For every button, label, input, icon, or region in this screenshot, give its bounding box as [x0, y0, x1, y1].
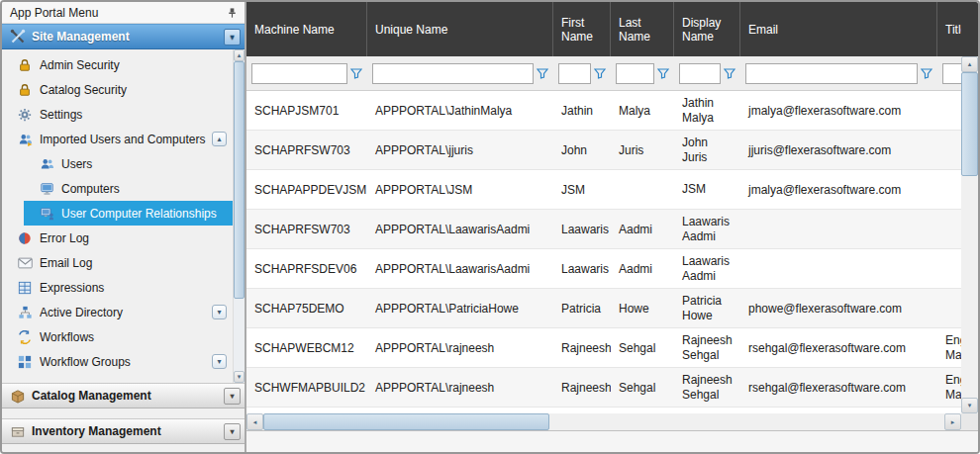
column-header-email[interactable]: Email [740, 2, 937, 56]
sidebar-item-error-log[interactable]: Error Log [2, 226, 233, 250]
sidebar-item-active-directory[interactable]: Active Directory▾ [2, 300, 233, 324]
table-row[interactable]: SCHAP75DEMOAPPPORTAL\PatriciaHowePatrici… [246, 289, 961, 328]
pin-icon[interactable] [225, 7, 239, 19]
filter-funnel-icon[interactable] [537, 67, 548, 79]
grid-footer [246, 430, 978, 452]
catalog-management-dropdown-button[interactable]: ▾ [224, 388, 241, 405]
cell-machine-name: SCHAPRFSDEV06 [246, 249, 367, 288]
sidebar-item-email-log[interactable]: Email Log [2, 250, 233, 275]
sidebar-item-imported-users-and-computers[interactable]: Imported Users and Computers▴ [2, 127, 233, 151]
cell-machine-name: SCHAPAPPDEVJSM [246, 170, 367, 209]
sidebar-scroll-thumb[interactable] [234, 61, 245, 299]
sidebar-item-label: Users [61, 157, 233, 171]
grid-scroll-left-button[interactable]: ◂ [246, 413, 263, 430]
cell-first-name: Patricia [553, 289, 611, 327]
cell-unique-name: APPPORTAL\JSM [367, 170, 553, 209]
section-catalog-management[interactable]: Catalog Management ▾ [2, 383, 245, 409]
grid-body: SCHAPJSM701APPPORTAL\JathinMalyaJathinMa… [246, 91, 961, 413]
column-header-last-name[interactable]: Last Name [611, 2, 674, 56]
cell-first-name: Rajneesh [553, 368, 611, 407]
sidebar-bottom-spacer [2, 444, 245, 452]
column-header-display-name[interactable]: Display Name [674, 2, 740, 56]
dropdown-button[interactable]: ▾ [212, 354, 227, 369]
sidebar-item-workflow-groups[interactable]: Workflow Groups▾ [2, 349, 233, 374]
filter-input-unique-name[interactable] [372, 63, 534, 84]
sidebar-scroll-down-button[interactable]: ▾ [234, 371, 245, 383]
grid-vertical-scrollbar[interactable]: ▴ ▾ [961, 2, 978, 413]
sidebar-scroll-up-button[interactable]: ▴ [234, 49, 245, 61]
filter-input-title[interactable] [942, 63, 961, 84]
cell-machine-name: SCHAP75DEMO [246, 289, 367, 327]
cell-unique-name: APPPORTAL\LaawarisAadmi [367, 210, 553, 248]
computer-icon [38, 182, 55, 196]
cell-title: Engineering Manager [937, 368, 961, 407]
sidebar-item-admin-security[interactable]: Admin Security [2, 52, 233, 77]
grid-scroll-right-button[interactable]: ▸ [944, 413, 961, 430]
table-row[interactable]: SCHAPAPPDEVJSMAPPPORTAL\JSMJSMJSMjmalya@… [246, 170, 961, 210]
section-site-management[interactable]: Site Management ▾ [2, 24, 245, 49]
column-header-machine-name[interactable]: Machine Name [246, 2, 367, 56]
filter-cell-last-name [611, 56, 674, 90]
sidebar-titlebar: App Portal Menu [2, 2, 245, 24]
table-row[interactable]: SCHAPRFSW703APPPORTAL\LaawarisAadmiLaawa… [246, 210, 961, 249]
filter-funnel-icon[interactable] [657, 67, 669, 79]
sidebar-scrollbar[interactable]: ▴ ▾ [233, 49, 245, 383]
sidebar: App Portal Menu Site Management ▾ Admin … [2, 2, 246, 452]
filter-funnel-icon[interactable] [921, 67, 932, 79]
column-header-unique-name[interactable]: Unique Name [367, 2, 553, 56]
column-header-title[interactable]: Title [937, 2, 961, 56]
sidebar-item-expressions[interactable]: Expressions [2, 275, 233, 300]
filter-input-display-name[interactable] [679, 63, 721, 84]
table-row[interactable]: SCHAPRFSW703APPPORTAL\jjurisJohnJurisJoh… [246, 131, 961, 170]
sidebar-item-settings[interactable]: Settings [2, 102, 233, 127]
active-directory-icon [16, 306, 34, 319]
column-header-first-name[interactable]: First Name [553, 2, 611, 56]
site-management-dropdown-button[interactable]: ▾ [224, 29, 241, 45]
cell-first-name: Laawaris [553, 210, 611, 248]
table-row[interactable]: SCHAPWEBCM12APPPORTAL\rajneeshRajneeshSe… [246, 328, 961, 368]
filter-input-machine-name[interactable] [251, 63, 347, 84]
cell-title [937, 91, 961, 130]
grid-hscroll-track[interactable] [263, 413, 944, 430]
grid-vscroll-track[interactable] [961, 176, 978, 398]
expressions-icon [16, 281, 34, 295]
filter-funnel-icon[interactable] [594, 67, 606, 79]
grid-horizontal-scrollbar[interactable]: ◂ ▸ [246, 413, 961, 430]
site-management-icon [8, 29, 28, 45]
table-row[interactable]: SCHAPJSM701APPPORTAL\JathinMalyaJathinMa… [246, 91, 961, 131]
collapse-button[interactable]: ▴ [212, 132, 227, 146]
cell-first-name: John [553, 131, 611, 169]
filter-funnel-icon[interactable] [350, 67, 362, 79]
dropdown-button[interactable]: ▾ [212, 305, 227, 319]
section-label-catalog-management: Catalog Management [32, 389, 224, 403]
filter-funnel-icon[interactable] [724, 67, 735, 79]
cell-email: rsehgal@flexerasoftware.com [740, 368, 937, 407]
filter-input-last-name[interactable] [616, 63, 654, 84]
filter-input-email[interactable] [745, 63, 918, 84]
cell-title [937, 131, 961, 169]
cell-display-name: Rajneesh Sehgal [674, 368, 740, 407]
cell-title [937, 249, 961, 288]
sidebar-item-computers[interactable]: Computers [24, 176, 233, 201]
sidebar-item-catalog-security[interactable]: Catalog Security [2, 77, 233, 102]
sidebar-item-workflows[interactable]: Workflows [2, 324, 233, 349]
sidebar-item-users[interactable]: Users [24, 151, 233, 176]
table-row[interactable]: SCHWFMAPBUILD2APPPORTAL\rajneeshRajneesh… [246, 368, 961, 408]
inventory-management-dropdown-button[interactable]: ▾ [224, 423, 241, 440]
grid-scroll-down-button[interactable]: ▾ [961, 398, 978, 413]
table-row[interactable]: SCHAPRFSDEV06APPPORTAL\LaawarisAadmiLaaw… [246, 249, 961, 289]
sidebar-item-user-computer-relationships[interactable]: User Computer Relationships [24, 201, 233, 226]
grid-hscroll-thumb[interactable] [263, 413, 549, 430]
cell-machine-name: SCHAPJSM701 [246, 91, 367, 130]
grid-scroll-up-button[interactable]: ▴ [961, 56, 978, 72]
sidebar-item-label: Error Log [40, 231, 233, 245]
app-window: App Portal Menu Site Management ▾ Admin … [0, 0, 980, 454]
data-grid: Machine NameUnique NameFirst NameLast Na… [246, 2, 961, 413]
sidebar-scroll-track[interactable] [234, 299, 245, 371]
grid-vscroll-thumb[interactable] [961, 72, 978, 176]
cell-email: jjuris@flexerasoftware.com [740, 131, 937, 169]
filter-input-first-name[interactable] [558, 63, 591, 84]
sidebar-item-label: Admin Security [40, 58, 233, 72]
sidebar-item-label: Imported Users and Computers [40, 133, 208, 146]
section-inventory-management[interactable]: Inventory Management ▾ [2, 418, 245, 444]
